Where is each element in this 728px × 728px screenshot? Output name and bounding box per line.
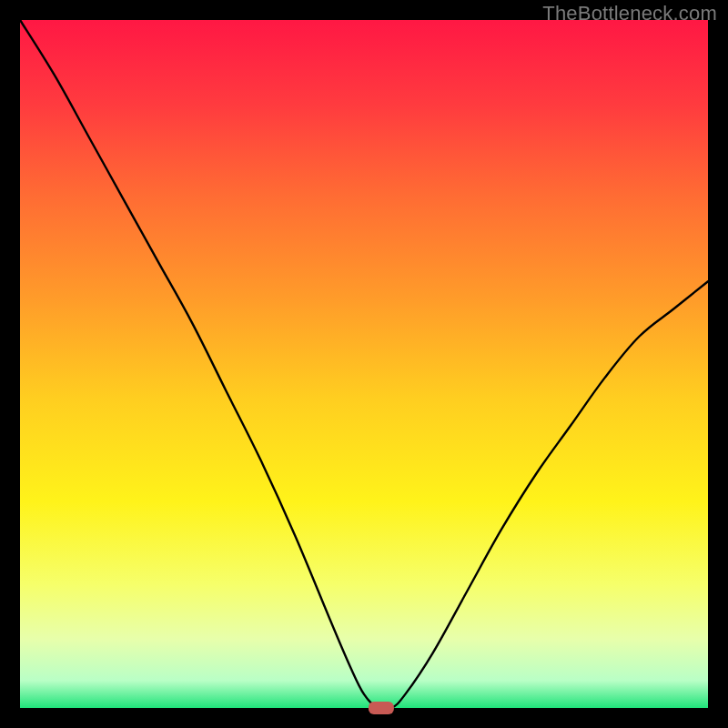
chart-frame: { "watermark": "TheBottleneck.com", "col… [0,0,728,728]
watermark-text: TheBottleneck.com [542,2,717,25]
plot-area [20,20,708,708]
bottleneck-chart [0,0,728,728]
optimal-marker [369,702,394,714]
